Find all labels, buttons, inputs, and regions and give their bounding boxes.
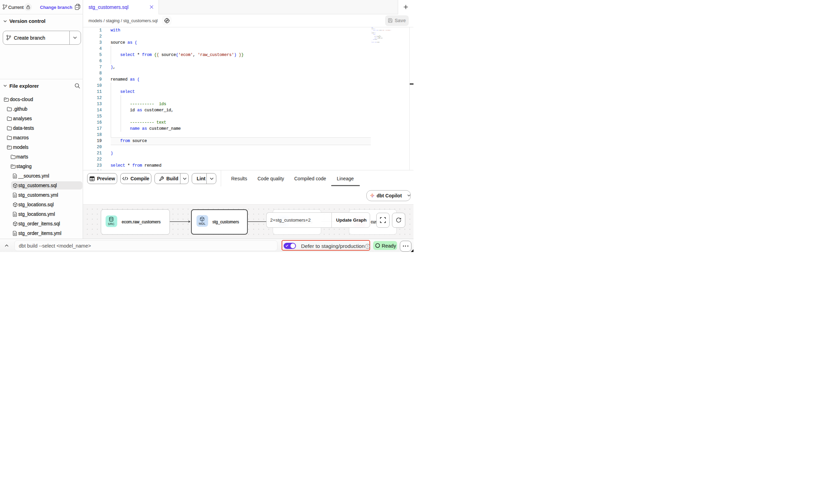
- svg-text:?: ?: [366, 244, 368, 248]
